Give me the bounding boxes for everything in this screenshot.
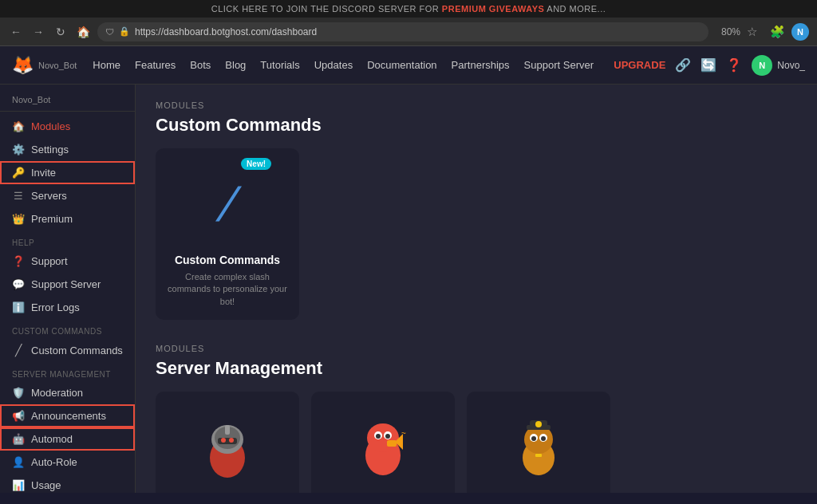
svg-point-12 bbox=[385, 434, 390, 439]
svg-rect-6 bbox=[225, 425, 230, 435]
upgrade-button[interactable]: UPGRADE bbox=[614, 59, 665, 71]
sidebar: Novo_Bot 🏠 Modules ⚙️ Settings 🔑 Invite … bbox=[0, 85, 136, 493]
nav-actions: UPGRADE 🔗 🔄 ❓ N Novo_ bbox=[614, 55, 805, 76]
announcements-icon-area: ~ bbox=[343, 408, 423, 487]
slash-command-icon: / bbox=[216, 177, 239, 232]
reload-button[interactable]: ↻ bbox=[53, 26, 69, 38]
sidebar-item-automod[interactable]: 🤖 Automod bbox=[0, 427, 135, 451]
moderation-icon-area bbox=[187, 408, 267, 487]
nav-blog[interactable]: Blog bbox=[225, 59, 246, 71]
new-badge: New! bbox=[241, 158, 271, 170]
announcements-card[interactable]: ~ Announcements Create automatic announc… bbox=[311, 392, 455, 493]
sidebar-automod-label: Automod bbox=[31, 433, 73, 445]
nav-support-server[interactable]: Support Server bbox=[524, 59, 594, 71]
custom-commands-card[interactable]: New! / Custom Commands Create complex sl… bbox=[156, 148, 299, 320]
navbar: 🦊 Novo_Bot Home Features Bots Blog Tutor… bbox=[0, 46, 817, 85]
robot-icon: 🤖 bbox=[12, 433, 25, 445]
nav-features[interactable]: Features bbox=[135, 59, 176, 71]
home-button[interactable]: 🏠 bbox=[75, 26, 91, 38]
sidebar-support-server-label: Support Server bbox=[31, 278, 101, 290]
sidebar-item-custom-commands[interactable]: ╱ Custom Commands bbox=[0, 338, 135, 362]
nav-partnerships[interactable]: Partnerships bbox=[452, 59, 510, 71]
automod-illustration bbox=[507, 414, 570, 482]
forward-button[interactable]: → bbox=[30, 26, 46, 38]
sidebar-modules-label: Modules bbox=[31, 120, 70, 132]
svg-rect-25 bbox=[535, 454, 542, 457]
sidebar-item-usage[interactable]: 📊 Usage bbox=[0, 474, 135, 493]
custom-commands-card-title: Custom Commands bbox=[175, 254, 280, 266]
extension-icon[interactable]: 🧩 bbox=[770, 25, 785, 39]
user-menu[interactable]: N Novo_ bbox=[752, 55, 805, 76]
sidebar-item-auto-role[interactable]: 👤 Auto-Role bbox=[0, 451, 135, 474]
slash-icon: ╱ bbox=[12, 344, 25, 356]
sidebar-usage-label: Usage bbox=[31, 479, 61, 491]
sidebar-item-modules[interactable]: 🏠 Modules bbox=[0, 115, 135, 138]
sidebar-settings-label: Settings bbox=[31, 144, 69, 156]
svg-rect-14 bbox=[387, 440, 397, 447]
server-management-grid: Moderation Moderate your server with a s… bbox=[156, 392, 797, 493]
sidebar-announcements-label: Announcements bbox=[31, 410, 106, 422]
svg-point-5 bbox=[229, 438, 234, 443]
sidebar-invite-label: Invite bbox=[31, 167, 56, 179]
lock-icon: 🔒 bbox=[119, 26, 130, 37]
bookmark-icon[interactable]: ☆ bbox=[747, 25, 757, 39]
back-button[interactable]: ← bbox=[8, 26, 24, 38]
svg-point-24 bbox=[541, 436, 546, 441]
sidebar-premium-label: Premium bbox=[31, 213, 73, 225]
link-icon[interactable]: 🔗 bbox=[675, 57, 691, 73]
automod-card[interactable]: Automod Automatically moderate your serv… bbox=[467, 392, 610, 493]
profile-avatar[interactable]: N bbox=[791, 23, 809, 41]
announcement-highlight: PREMIUM GIVEAWAYS bbox=[442, 4, 545, 14]
custom-commands-title: Custom Commands bbox=[156, 115, 797, 136]
gear-icon: ⚙️ bbox=[12, 144, 25, 156]
sidebar-item-premium[interactable]: 👑 Premium bbox=[0, 207, 135, 230]
home-icon: 🏠 bbox=[12, 120, 25, 132]
nav-bots[interactable]: Bots bbox=[190, 59, 211, 71]
svg-point-11 bbox=[376, 434, 381, 439]
logo-icon: 🦊 bbox=[12, 55, 34, 76]
servers-icon: ☰ bbox=[12, 190, 25, 202]
sidebar-item-support-server[interactable]: 💬 Support Server bbox=[0, 273, 135, 296]
sidebar-item-invite[interactable]: 🔑 Invite bbox=[0, 161, 135, 184]
user-avatar-circle: N bbox=[752, 55, 772, 76]
sidebar-item-announcements[interactable]: 📢 Announcements bbox=[0, 404, 135, 427]
sidebar-servers-label: Servers bbox=[31, 190, 67, 202]
nav-links: Home Features Bots Blog Tutorials Update… bbox=[93, 59, 614, 71]
zoom-indicator: 80% bbox=[721, 26, 740, 37]
help-icon[interactable]: ❓ bbox=[726, 57, 742, 73]
announcement-bar[interactable]: CLICK HERE TO JOIN THE DISCORD SERVER FO… bbox=[0, 0, 817, 18]
nav-documentation[interactable]: Documentation bbox=[367, 59, 436, 71]
server-management-title: Server Management bbox=[156, 358, 797, 379]
svg-text:~: ~ bbox=[401, 429, 406, 438]
nav-tutorials[interactable]: Tutorials bbox=[260, 59, 299, 71]
nav-updates[interactable]: Updates bbox=[314, 59, 353, 71]
sidebar-item-error-logs[interactable]: ℹ️ Error Logs bbox=[0, 296, 135, 319]
help-section-label: Help bbox=[0, 230, 135, 250]
chart-icon: 📊 bbox=[12, 479, 25, 491]
refresh-icon[interactable]: 🔄 bbox=[701, 57, 716, 73]
main-content: MODULES Custom Commands New! / Custom Co… bbox=[136, 85, 817, 493]
svg-point-20 bbox=[535, 421, 542, 427]
address-bar[interactable]: 🛡 🔒 https://dashboard.botghost.com/dashb… bbox=[97, 22, 708, 41]
shield-icon: 🛡 bbox=[105, 27, 114, 37]
sidebar-item-support[interactable]: ❓ Support bbox=[0, 250, 135, 273]
chat-icon: 💬 bbox=[12, 278, 25, 290]
invite-icon: 🔑 bbox=[12, 167, 25, 179]
nav-home[interactable]: Home bbox=[93, 59, 120, 71]
logo[interactable]: 🦊 Novo_Bot bbox=[12, 55, 77, 76]
sidebar-bot-name: Novo_Bot bbox=[0, 91, 135, 112]
shield-mod-icon: 🛡️ bbox=[12, 387, 25, 399]
custom-commands-grid: New! / Custom Commands Create complex sl… bbox=[156, 148, 797, 320]
info-icon: ℹ️ bbox=[12, 301, 25, 313]
sidebar-item-moderation[interactable]: 🛡️ Moderation bbox=[0, 381, 135, 404]
moderation-card[interactable]: Moderation Moderate your server with a s… bbox=[156, 392, 299, 493]
url-text: https://dashboard.botghost.com/dashboard bbox=[135, 26, 701, 37]
announcements-illustration: ~ bbox=[351, 414, 415, 482]
svg-point-23 bbox=[531, 436, 536, 441]
svg-rect-3 bbox=[218, 438, 237, 444]
sidebar-item-settings[interactable]: ⚙️ Settings bbox=[0, 138, 135, 161]
svg-point-8 bbox=[367, 423, 399, 452]
sidebar-item-servers[interactable]: ☰ Servers bbox=[0, 184, 135, 207]
server-management-section-label: Server Management bbox=[0, 362, 135, 381]
sidebar-auto-role-label: Auto-Role bbox=[31, 456, 77, 468]
